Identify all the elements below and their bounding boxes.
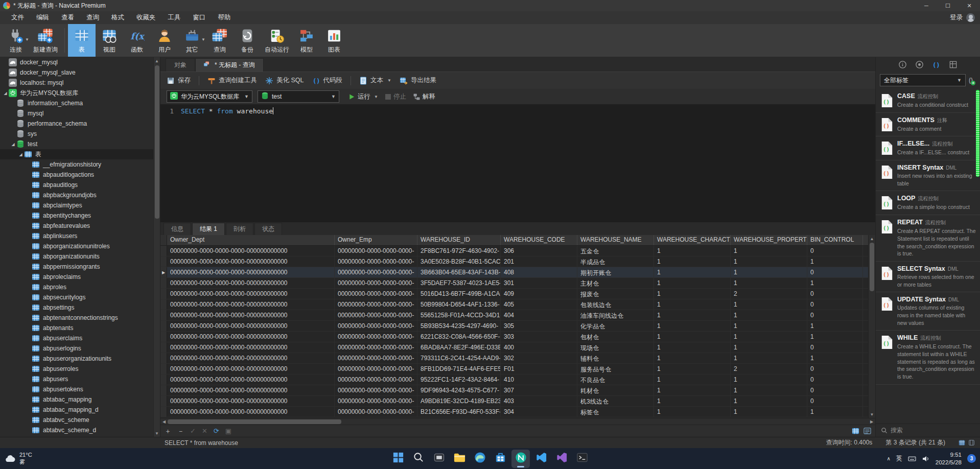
tree-item[interactable]: performance_schema: [0, 119, 153, 129]
close-button[interactable]: ✕: [959, 0, 980, 11]
tab-* 无标题 - 查询[interactable]: * 无标题 - 查询: [195, 58, 264, 72]
cell-WAREHOUSE_PROPERTY[interactable]: 1: [731, 385, 807, 395]
cell-WAREHOUSE_CODE[interactable]: F01: [501, 364, 577, 374]
tree-item[interactable]: docker_mysql_slave: [0, 67, 153, 78]
row-selector[interactable]: [160, 321, 167, 331]
cell-WAREHOUSE_ID[interactable]: 3B663B04-65E8-43AF-143B-: [417, 267, 501, 277]
column-header-BIN_CONTROL[interactable]: BIN_CONTROL: [807, 235, 863, 245]
sql-code[interactable]: SELECT * from warehouse: [178, 104, 273, 222]
cell-WAREHOUSE_CHARACTE[interactable]: 1: [654, 321, 731, 331]
tree-item[interactable]: abtabac_mapping_d: [0, 405, 153, 415]
tree-scrollbar[interactable]: ▲ ▼: [153, 57, 160, 437]
menu-item-文件[interactable]: 文件: [5, 12, 30, 24]
cell-WAREHOUSE_CHARACTE[interactable]: 1: [654, 396, 731, 406]
tree-item[interactable]: docker_mysql: [0, 57, 153, 67]
taskbar-app-edge[interactable]: [471, 450, 489, 468]
cell-WAREHOUSE_CODE[interactable]: 400: [501, 342, 577, 353]
delete-record-button[interactable]: －: [177, 428, 184, 434]
grid-scrollbar-thumb[interactable]: [870, 243, 874, 291]
tree-item[interactable]: abpusers: [0, 374, 153, 384]
cell-BIN_CONTROL[interactable]: 1: [807, 353, 863, 363]
toolbar-button-function[interactable]: f(x)函数: [123, 24, 151, 57]
cell-WAREHOUSE_CODE[interactable]: 307: [501, 385, 577, 395]
cell-WAREHOUSE_PROPERTY[interactable]: 2: [731, 289, 807, 299]
cell-Owner_Emp[interactable]: 00000000-0000-0000-0000-: [335, 256, 417, 267]
grid-vertical-scrollbar[interactable]: ▲ ▼: [868, 235, 875, 418]
tree-item[interactable]: sys: [0, 129, 153, 139]
cell-Owner_Dept[interactable]: 00000000-0000-0000-0000-000000000000: [167, 246, 335, 256]
result-tab-结果 1[interactable]: 结果 1: [192, 223, 225, 235]
menu-item-查询[interactable]: 查询: [80, 12, 105, 24]
column-header-WAREHOUSE_CHARACTE[interactable]: WAREHOUSE_CHARACTE: [654, 235, 731, 245]
cell-WAREHOUSE_CHARACTE[interactable]: 1: [654, 353, 731, 363]
weather-widget[interactable]: 21°C 雾: [4, 452, 32, 465]
new-snippet-button[interactable]: ()+: [969, 77, 973, 84]
taskbar-app-store[interactable]: [491, 450, 509, 468]
cell-WAREHOUSE_NAME[interactable]: 化学品仓: [577, 321, 654, 331]
tree-item[interactable]: abppermissiongrants: [0, 262, 153, 272]
tree-item[interactable]: abpsecuritylogs: [0, 292, 153, 302]
cell-WAREHOUSE_ID[interactable]: 55651258-F01A-4CCD-34D1-: [417, 310, 501, 320]
cell-WAREHOUSE_CODE[interactable]: 408: [501, 267, 577, 277]
cell-WAREHOUSE_CHARACTE[interactable]: 1: [654, 278, 731, 288]
cell-WAREHOUSE_NAME[interactable]: 五金仓: [577, 246, 654, 256]
touch-keyboard-icon[interactable]: [908, 455, 916, 463]
tree-item[interactable]: abpuserclaims: [0, 333, 153, 343]
cell-WAREHOUSE_CODE[interactable]: 403: [501, 396, 577, 406]
tree-item[interactable]: abtabac_mapping: [0, 394, 153, 405]
toolbar-button-automation[interactable]: 自动运行: [261, 24, 293, 57]
cell-WAREHOUSE_NAME[interactable]: 不良品仓: [577, 374, 654, 385]
cell-Owner_Emp[interactable]: 00000000-0000-0000-0000-: [335, 332, 417, 342]
snippet-item-INSERT Syntax[interactable]: ()INSERT SyntaxDMLInsert new rows into a…: [876, 160, 980, 191]
cell-WAREHOUSE_PROPERTY[interactable]: 1: [731, 407, 807, 417]
table-row[interactable]: 00000000-0000-0000-0000-0000000000000000…: [160, 353, 868, 364]
cell-Owner_Emp[interactable]: 00000000-0000-0000-0000-: [335, 364, 417, 374]
cell-BIN_CONTROL[interactable]: 1: [807, 321, 863, 331]
ime-indicator[interactable]: 英: [896, 454, 902, 463]
h-scrollbar-thumb[interactable]: [168, 419, 341, 424]
table-row[interactable]: 00000000-0000-0000-0000-0000000000000000…: [160, 310, 868, 321]
table-row[interactable]: 00000000-0000-0000-0000-0000000000000000…: [160, 278, 868, 289]
cell-WAREHOUSE_PROPERTY[interactable]: 1: [731, 353, 807, 363]
query-toolbar-导出结果[interactable]: 导出结果: [400, 76, 436, 85]
tree-item[interactable]: abpfeaturevalues: [0, 221, 153, 231]
connection-select[interactable]: 华为云MYSQL数据库 ▼: [167, 90, 252, 103]
scroll-up-icon[interactable]: ▲: [870, 235, 874, 242]
tree-item[interactable]: abpusertokens: [0, 384, 153, 394]
query-toolbar-文本[interactable]: 文本▼: [359, 76, 391, 85]
cell-BIN_CONTROL[interactable]: 0: [807, 364, 863, 374]
cell-WAREHOUSE_CODE[interactable]: 201: [501, 256, 577, 267]
column-header-WAREHOUSE_ID[interactable]: WAREHOUSE_ID: [417, 235, 501, 245]
row-selector[interactable]: [160, 256, 167, 267]
query-toolbar-查询创建工具[interactable]: 查询创建工具: [207, 76, 257, 85]
cell-Owner_Dept[interactable]: 00000000-0000-0000-0000-000000000000: [167, 278, 335, 288]
cell-WAREHOUSE_CODE[interactable]: 302: [501, 353, 577, 363]
cell-WAREHOUSE_CODE[interactable]: 304: [501, 407, 577, 417]
cell-Owner_Emp[interactable]: 00000000-0000-0000-0000-: [335, 246, 417, 256]
expand-triangle-icon[interactable]: ◢: [2, 91, 9, 96]
row-selector[interactable]: [160, 332, 167, 342]
cell-Owner_Emp[interactable]: 00000000-0000-0000-0000-: [335, 407, 417, 417]
scroll-down-icon[interactable]: ▼: [870, 411, 874, 418]
taskbar-app-search[interactable]: [409, 450, 428, 468]
cell-Owner_Dept[interactable]: 00000000-0000-0000-0000-000000000000: [167, 353, 335, 363]
grid-panel-icon[interactable]: [949, 60, 958, 69]
cell-WAREHOUSE_ID[interactable]: 8FB1DD69-71E4-4AF6-EFE5-: [417, 364, 501, 374]
snippet-item-REPEAT[interactable]: ()REPEAT流程控制Create A REPEAT construct. T…: [876, 215, 980, 262]
tree-item[interactable]: abpsettings: [0, 302, 153, 313]
cell-WAREHOUSE_PROPERTY[interactable]: 1: [731, 342, 807, 353]
table-row[interactable]: 00000000-0000-0000-0000-0000000000000000…: [160, 385, 868, 396]
cell-WAREHOUSE_NAME[interactable]: 主材仓: [577, 278, 654, 288]
cell-WAREHOUSE_CHARACTE[interactable]: 1: [654, 256, 731, 267]
cell-BIN_CONTROL[interactable]: 1: [807, 407, 863, 417]
maximize-button[interactable]: ☐: [937, 0, 959, 11]
tree-item[interactable]: mysql: [0, 108, 153, 119]
table-row[interactable]: 00000000-0000-0000-0000-0000000000000000…: [160, 342, 868, 353]
toolbar-button-chart[interactable]: 图表: [320, 24, 348, 57]
cell-Owner_Emp[interactable]: 00000000-0000-0000-0000-: [335, 278, 417, 288]
snippet-item-LOOP[interactable]: ()LOOP流程控制Create a simple loop construct: [876, 191, 980, 215]
cell-Owner_Dept[interactable]: 00000000-0000-0000-0000-000000000000: [167, 396, 335, 406]
tree-item[interactable]: ◢test: [0, 139, 153, 149]
cell-WAREHOUSE_ID[interactable]: 6BAD8AA7-8E2F-496E-D33E: [417, 342, 501, 353]
cell-Owner_Dept[interactable]: 00000000-0000-0000-0000-000000000000: [167, 256, 335, 267]
